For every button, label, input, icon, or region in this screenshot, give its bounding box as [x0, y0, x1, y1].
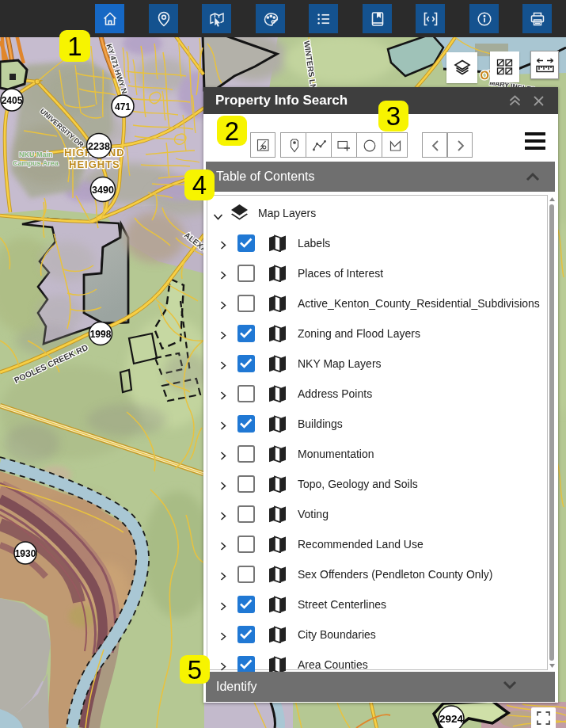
svg-text:2238: 2238: [88, 141, 110, 152]
svg-text:1998: 1998: [90, 329, 112, 340]
svg-text:2405: 2405: [2, 95, 23, 106]
svg-text:1930: 1930: [15, 548, 36, 559]
svg-text:2924: 2924: [439, 713, 464, 725]
svg-text:Campus Area: Campus Area: [13, 159, 59, 167]
svg-text:NKU Main: NKU Main: [19, 151, 53, 158]
svg-text:HEIGHTS: HEIGHTS: [69, 158, 120, 170]
svg-text:3490: 3490: [92, 185, 114, 196]
svg-text:471: 471: [115, 101, 131, 112]
